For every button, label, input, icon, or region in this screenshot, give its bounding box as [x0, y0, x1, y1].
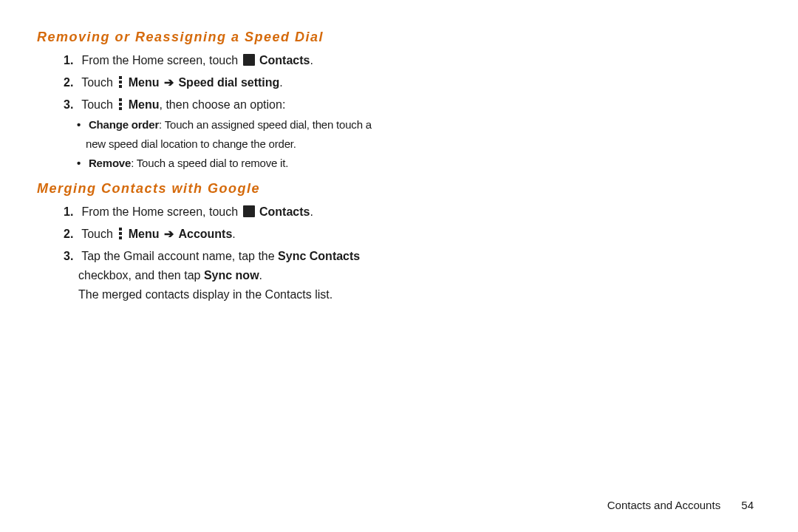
- menu-icon: [117, 98, 123, 110]
- step-bold: Contacts: [259, 205, 310, 218]
- step-text: Tap the Gmail account name, tap the: [81, 250, 278, 262]
- bullet-text: : Touch an assigned speed dial, then tou…: [159, 118, 372, 131]
- page-footer: Contacts and Accounts 54: [607, 499, 754, 511]
- step-post: .: [259, 269, 262, 282]
- step-bold: Accounts: [178, 228, 232, 240]
- step-number: 2.: [64, 225, 78, 244]
- sub-bullet-row: • Change order: Touch an assigned speed …: [77, 116, 454, 134]
- bullet-icon: •: [77, 154, 86, 172]
- sub-bullet-row: • Remove: Touch a speed dial to remove i…: [77, 154, 454, 172]
- step-row: 3. Touch Menu, then choose an option: • …: [64, 95, 454, 172]
- content-column: Removing or Reassigning a Speed Dial 1. …: [37, 30, 454, 304]
- step-continuation: checkbox, and then tap Sync now.: [64, 266, 454, 285]
- step-text: Touch: [81, 228, 116, 240]
- step-post: .: [310, 54, 313, 66]
- step-row: 2. Touch Menu ➔ Speed dial setting.: [64, 73, 454, 92]
- step-text: From the Home screen, touch: [81, 205, 241, 218]
- step-number: 2.: [64, 73, 78, 92]
- sub-bullet-list: • Change order: Touch an assigned speed …: [77, 116, 454, 172]
- step-text: Touch: [81, 76, 116, 89]
- step-number: 1.: [64, 51, 78, 70]
- section-title-speed-dial: Removing or Reassigning a Speed Dial: [37, 30, 454, 45]
- contacts-app-icon: [243, 205, 255, 217]
- step-number: 1.: [64, 202, 78, 222]
- step-bold: Contacts: [259, 54, 310, 66]
- bullet-icon: •: [77, 116, 86, 134]
- step-bold: Sync now: [204, 269, 259, 282]
- step-continuation: The merged contacts display in the Conta…: [64, 285, 454, 304]
- manual-page: Removing or Reassigning a Speed Dial 1. …: [0, 0, 798, 532]
- menu-icon: [117, 76, 123, 88]
- arrow-icon: ➔: [164, 225, 174, 244]
- bullet-text: : Touch a speed dial to remove it.: [131, 157, 288, 169]
- step-bold: Menu: [129, 228, 160, 240]
- section-title-merging: Merging Contacts with Google: [37, 181, 454, 197]
- step-bold: Menu: [129, 98, 160, 111]
- menu-icon: [117, 228, 123, 239]
- step-bold: Sync Contacts: [278, 250, 360, 262]
- step-row: 2. Touch Menu ➔ Accounts.: [64, 225, 454, 244]
- bullet-label: Change order: [89, 118, 159, 131]
- contacts-app-icon: [243, 54, 255, 66]
- step-post: .: [310, 205, 313, 218]
- steps-list-2: 1. From the Home screen, touch Contacts.…: [37, 202, 454, 304]
- step-bold: Menu: [129, 76, 160, 89]
- steps-list-1: 1. From the Home screen, touch Contacts.…: [37, 51, 454, 172]
- bullet-label: Remove: [89, 157, 131, 169]
- step-text: The merged contacts display in the Conta…: [78, 288, 332, 301]
- sub-bullet-continuation: new speed dial location to change the or…: [77, 135, 454, 153]
- step-post: .: [279, 76, 282, 89]
- step-row: 1. From the Home screen, touch Contacts.: [64, 202, 454, 222]
- footer-chapter: Contacts and Accounts: [607, 499, 720, 511]
- footer-page-number: 54: [741, 499, 754, 511]
- step-row: 3. Tap the Gmail account name, tap the S…: [64, 247, 454, 304]
- step-row: 1. From the Home screen, touch Contacts.: [64, 51, 454, 70]
- step-text: checkbox, and then tap: [78, 269, 204, 282]
- step-text: Touch: [81, 98, 116, 111]
- step-bold: Speed dial setting: [178, 76, 279, 89]
- step-post: .: [232, 228, 235, 240]
- arrow-icon: ➔: [164, 73, 174, 92]
- step-number: 3.: [64, 95, 78, 115]
- step-post: , then choose an option:: [160, 98, 286, 111]
- step-number: 3.: [64, 247, 78, 266]
- bullet-text: new speed dial location to change the or…: [86, 137, 296, 150]
- step-text: From the Home screen, touch: [81, 54, 241, 66]
